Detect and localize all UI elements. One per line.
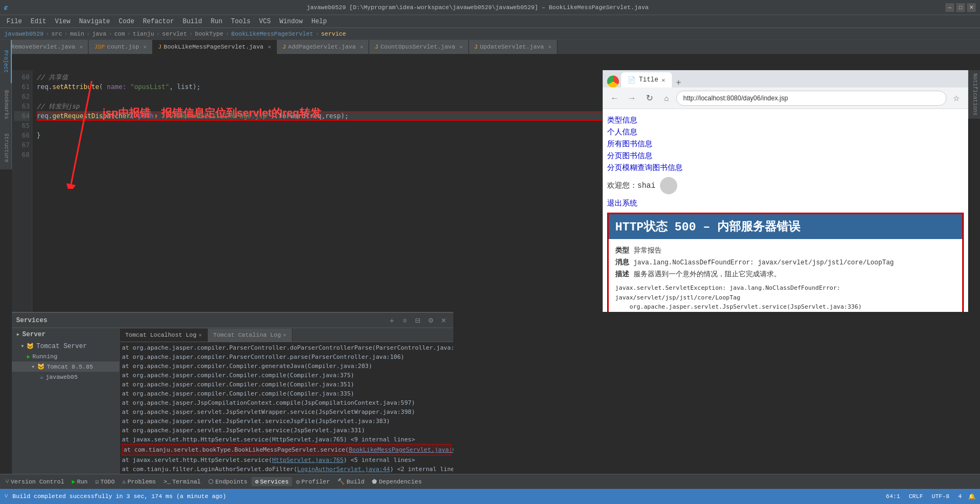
close-button[interactable]: ✕ <box>967 3 976 12</box>
browser-nav-bar: ← → ↻ ⌂ ☆ <box>603 87 968 109</box>
add-service-btn[interactable]: + <box>386 315 397 326</box>
home-btn[interactable]: ⌂ <box>659 91 674 106</box>
logout-link[interactable]: 退出系统 <box>607 199 964 208</box>
bc-sep1: › <box>46 31 50 37</box>
tab-removeservlet[interactable]: J RemoveServlet.java ✕ <box>0 40 89 54</box>
toolbar-profiler[interactable]: ◎ Profiler <box>293 477 333 486</box>
toolbar-version-control[interactable]: ⑂ Version Control <box>2 478 67 486</box>
menu-code[interactable]: Code <box>114 17 139 26</box>
breadcrumb-servlet[interactable]: servlet <box>162 31 187 37</box>
running-icon: ▶ <box>27 353 30 360</box>
right-tab-notifications[interactable]: Notifications <box>969 70 980 119</box>
menu-file[interactable]: File <box>2 17 26 26</box>
expand-service-btn[interactable]: ≡ <box>399 315 410 326</box>
status-encoding[interactable]: UTF-8 <box>929 493 951 500</box>
back-btn[interactable]: ← <box>607 91 622 106</box>
menu-edit[interactable]: Edit <box>26 17 51 26</box>
link-fuzzy-books[interactable]: 分页模糊查询图书信息 <box>607 163 964 173</box>
new-tab-btn[interactable]: + <box>674 78 683 87</box>
breadcrumb-booktype[interactable]: bookType <box>195 31 223 37</box>
toolbar-services[interactable]: ⚙ Services <box>251 477 291 486</box>
close-tab-icon[interactable]: ✕ <box>144 44 147 50</box>
tab-countopus[interactable]: J CountOpusServlet.java ✕ <box>369 40 468 54</box>
forward-btn[interactable]: → <box>624 91 639 106</box>
javaweb-item[interactable]: ☕ javaweb05 <box>12 372 119 382</box>
toolbar-todo[interactable]: ☑ TODO <box>92 477 118 486</box>
breadcrumb-javaweb[interactable]: javaweb0529 <box>4 31 44 37</box>
menu-tools[interactable]: Tools <box>227 17 255 26</box>
toolbar-dependencies[interactable]: ⬟ Dependencies <box>369 477 425 486</box>
menu-navigate[interactable]: Navigate <box>74 17 114 26</box>
close-service-btn[interactable]: ✕ <box>438 315 449 326</box>
menu-refactor[interactable]: Refactor <box>139 17 179 26</box>
tab-countjsp[interactable]: JSP count.jsp ✕ <box>89 40 152 54</box>
running-item[interactable]: ▶ Running <box>12 352 119 362</box>
statusbar: ⑂ Build completed successfully in 3 sec,… <box>0 489 980 504</box>
breadcrumb-class[interactable]: BookLikeMessPageServlet <box>232 31 314 37</box>
link-all-books[interactable]: 所有图书信息 <box>607 139 964 149</box>
log-link-httpservlet[interactable]: HttpServlet.java:765 <box>272 457 343 464</box>
tomcat-server-item[interactable]: ▾ 🐱 Tomcat Server <box>12 340 119 352</box>
filter-service-btn[interactable]: ⊟ <box>412 315 423 326</box>
tab-catalina-log[interactable]: Tomcat Catalina Log ✕ <box>208 329 292 342</box>
link-personal-info[interactable]: 个人信息 <box>607 127 964 137</box>
maximize-button[interactable]: □ <box>956 3 965 12</box>
toolbar-terminal[interactable]: >_ Terminal <box>160 478 204 486</box>
services-log-area: Tomcat Localhost Log ✕ Tomcat Catalina L… <box>120 328 453 474</box>
tab-icon: JSP <box>94 44 105 50</box>
breadcrumb-tianju[interactable]: tianju <box>133 31 154 37</box>
menu-window[interactable]: Window <box>275 17 307 26</box>
close-tab-btn[interactable]: ✕ <box>662 77 665 84</box>
breadcrumb-main[interactable]: main <box>70 31 84 37</box>
log-link-login[interactable]: LoginAuthorServlet.java:44 <box>297 466 390 473</box>
link-page-books[interactable]: 分页图书信息 <box>607 151 964 161</box>
url-bar[interactable] <box>676 91 947 106</box>
log-link-booklikes[interactable]: BookLikeMessPageServlet.java:64 <box>349 446 453 453</box>
status-line-sep[interactable]: CRLF <box>907 493 925 500</box>
close-tab-icon[interactable]: ✕ <box>79 44 83 50</box>
menu-help[interactable]: Help <box>307 17 331 26</box>
tab-addpage[interactable]: J AddPageServlet.java ✕ <box>277 40 369 54</box>
breadcrumb: javaweb0529 › src › main › java › com › … <box>0 28 980 40</box>
toolbar-problems[interactable]: ⚠ Problems <box>119 477 159 486</box>
close-tab-icon[interactable]: ✕ <box>460 44 463 50</box>
close-tab-icon[interactable]: ✕ <box>268 44 271 50</box>
menu-view[interactable]: View <box>51 17 75 26</box>
breadcrumb-method[interactable]: service <box>321 31 346 37</box>
breadcrumb-src[interactable]: src <box>51 31 62 37</box>
breadcrumb-java[interactable]: java <box>92 31 106 37</box>
toolbar-build[interactable]: 🔨 Build <box>334 477 368 486</box>
status-position[interactable]: 64:1 <box>884 493 902 500</box>
log-line: at com.tianju.filter.LoginAuthorServlet.… <box>122 465 451 474</box>
close-tab-icon[interactable]: ✕ <box>548 44 552 50</box>
toolbar-endpoints[interactable]: ⬡ Endpoints <box>205 477 250 486</box>
menu-build[interactable]: Build <box>178 17 206 26</box>
sidebar-item-project[interactable]: Project <box>0 40 12 83</box>
minimize-button[interactable]: – <box>945 3 954 12</box>
welcome-row: 欢迎您：shai <box>607 177 964 194</box>
tomcat-version-item[interactable]: ▾ 🐱 Tomcat 8.5.85 <box>12 362 119 372</box>
browser-tab-active[interactable]: 📄 Title ✕ <box>621 72 672 87</box>
link-type-info[interactable]: 类型信息 <box>607 115 964 125</box>
sidebar-item-bookmarks[interactable]: Bookmarks <box>0 83 12 126</box>
left-panel-tabs: Project Bookmarks Structure <box>0 40 12 169</box>
close-log-tab-icon[interactable]: ✕ <box>199 332 202 338</box>
tab-booklikes[interactable]: J BookLikeMessPageServlet.java ✕ <box>153 40 277 54</box>
bc-sep8: › <box>226 31 229 37</box>
close-tab-icon[interactable]: ✕ <box>360 44 363 50</box>
toolbar-run[interactable]: ▶ Run <box>69 477 91 486</box>
breadcrumb-com[interactable]: com <box>114 31 125 37</box>
close-catalina-tab-icon[interactable]: ✕ <box>283 332 286 338</box>
menu-vcs[interactable]: VCS <box>255 17 275 26</box>
menu-run[interactable]: Run <box>206 17 227 26</box>
sidebar-item-structure[interactable]: Structure <box>0 126 12 169</box>
window-controls: – □ ✕ <box>945 3 976 12</box>
tab-update[interactable]: J UpdateServlet.java ✕ <box>469 40 557 54</box>
services-panel: Services + ≡ ⊟ ⚙ ✕ ▸ Server ▾ 🐱 Tomcat S… <box>12 312 453 474</box>
reload-btn[interactable]: ↻ <box>642 91 657 106</box>
notifications-icon[interactable]: 🔔 <box>968 493 976 500</box>
server-section[interactable]: ▸ Server <box>12 328 119 340</box>
bookmark-btn[interactable]: ☆ <box>949 91 964 106</box>
tab-localhost-log[interactable]: Tomcat Localhost Log ✕ <box>120 329 208 342</box>
settings-service-btn[interactable]: ⚙ <box>425 315 436 326</box>
